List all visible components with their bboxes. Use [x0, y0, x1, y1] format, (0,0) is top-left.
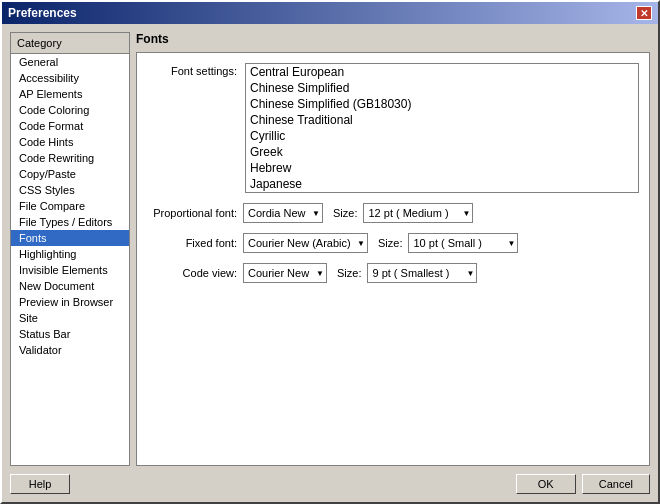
font-settings-row: Font settings: Central EuropeanChinese S…: [147, 63, 639, 193]
main-area: Category GeneralAccessibilityAP Elements…: [10, 32, 650, 466]
code-view-row: Code view: Courier New Size: 9 pt ( Smal…: [147, 263, 639, 283]
sidebar-item[interactable]: Status Bar: [11, 326, 129, 342]
sidebar-item[interactable]: Invisible Elements: [11, 262, 129, 278]
proportional-font-select-wrapper: Cordia New: [243, 203, 323, 223]
fixed-size-select-wrapper: 10 pt ( Small ): [408, 233, 518, 253]
cancel-button[interactable]: Cancel: [582, 474, 650, 494]
proportional-size-select-wrapper: 12 pt ( Medium ): [363, 203, 473, 223]
font-list-item[interactable]: Hebrew: [246, 160, 638, 176]
proportional-font-select[interactable]: Cordia New: [243, 203, 323, 223]
fixed-font-select-wrapper: Courier New (Arabic): [243, 233, 368, 253]
fixed-font-label: Fixed font:: [147, 237, 237, 249]
font-list-container: Central EuropeanChinese SimplifiedChines…: [245, 63, 639, 193]
font-list-item[interactable]: Chinese Traditional: [246, 112, 638, 128]
sidebar-item[interactable]: CSS Styles: [11, 182, 129, 198]
ok-cancel-group: OK Cancel: [516, 474, 650, 494]
sidebar-item[interactable]: Fonts: [11, 230, 129, 246]
sidebar-item[interactable]: AP Elements: [11, 86, 129, 102]
code-view-select-wrapper: Courier New: [243, 263, 327, 283]
sidebar-item[interactable]: Site: [11, 310, 129, 326]
preferences-window: Preferences ✕ Category GeneralAccessibil…: [0, 0, 660, 504]
sidebar-item[interactable]: Accessibility: [11, 70, 129, 86]
sidebar-item[interactable]: File Types / Editors: [11, 214, 129, 230]
font-list-inner: Central EuropeanChinese SimplifiedChines…: [245, 63, 639, 193]
font-list-item[interactable]: Greek: [246, 144, 638, 160]
font-list-item[interactable]: Chinese Simplified: [246, 80, 638, 96]
close-button[interactable]: ✕: [636, 6, 652, 20]
fixed-font-row: Fixed font: Courier New (Arabic) Size: 1…: [147, 233, 639, 253]
sidebar-item[interactable]: Preview in Browser: [11, 294, 129, 310]
content-panel: Fonts Font settings: Central EuropeanChi…: [136, 32, 650, 466]
font-list-item[interactable]: Chinese Simplified (GB18030): [246, 96, 638, 112]
content-box: Font settings: Central EuropeanChinese S…: [136, 52, 650, 466]
proportional-size-select[interactable]: 12 pt ( Medium ): [363, 203, 473, 223]
buttons-row: Help OK Cancel: [10, 466, 650, 494]
sidebar-item[interactable]: File Compare: [11, 198, 129, 214]
sidebar-header: Category: [11, 33, 129, 54]
help-button[interactable]: Help: [10, 474, 70, 494]
fixed-size-label: Size:: [378, 237, 402, 249]
sidebar-item[interactable]: Highlighting: [11, 246, 129, 262]
dialog-content: Category GeneralAccessibilityAP Elements…: [2, 24, 658, 502]
code-view-label: Code view:: [147, 267, 237, 279]
fixed-font-select[interactable]: Courier New (Arabic): [243, 233, 368, 253]
title-bar: Preferences ✕: [2, 2, 658, 24]
code-view-size-select[interactable]: 9 pt ( Smallest ): [367, 263, 477, 283]
font-list-scroll[interactable]: Central EuropeanChinese SimplifiedChines…: [246, 64, 638, 192]
sidebar-item[interactable]: Code Hints: [11, 134, 129, 150]
proportional-size-label: Size:: [333, 207, 357, 219]
sidebar: Category GeneralAccessibilityAP Elements…: [10, 32, 130, 466]
code-view-size-select-wrapper: 9 pt ( Smallest ): [367, 263, 477, 283]
sidebar-item[interactable]: Validator: [11, 342, 129, 358]
sidebar-item[interactable]: New Document: [11, 278, 129, 294]
ok-button[interactable]: OK: [516, 474, 576, 494]
sidebar-item[interactable]: Code Format: [11, 118, 129, 134]
proportional-font-label: Proportional font:: [147, 207, 237, 219]
sidebar-item[interactable]: Code Coloring: [11, 102, 129, 118]
content-header: Fonts: [136, 32, 650, 46]
code-view-select[interactable]: Courier New: [243, 263, 327, 283]
fixed-size-select[interactable]: 10 pt ( Small ): [408, 233, 518, 253]
sidebar-item[interactable]: Code Rewriting: [11, 150, 129, 166]
proportional-font-row: Proportional font: Cordia New Size: 12 p…: [147, 203, 639, 223]
sidebar-item[interactable]: General: [11, 54, 129, 70]
font-list-item[interactable]: Japanese: [246, 176, 638, 192]
sidebar-item[interactable]: Copy/Paste: [11, 166, 129, 182]
code-view-size-label: Size:: [337, 267, 361, 279]
window-title: Preferences: [8, 6, 77, 20]
font-settings-label: Font settings:: [147, 63, 237, 77]
font-list-item[interactable]: Cyrillic: [246, 128, 638, 144]
font-list-item[interactable]: Central European: [246, 64, 638, 80]
